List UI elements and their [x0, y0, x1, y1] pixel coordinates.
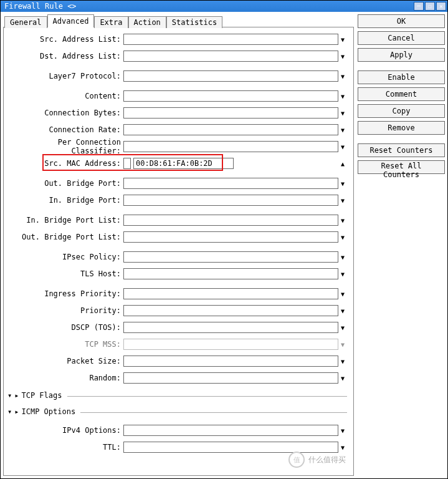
- label-dst-address-list: Dst. Address List:: [7, 52, 123, 60]
- label-ttl: TTL:: [7, 443, 123, 452]
- priority-input[interactable]: [123, 305, 338, 316]
- random-input[interactable]: [123, 372, 338, 384]
- label-ipv4-options: IPv4 Options:: [7, 426, 123, 435]
- expand-toggle-icon[interactable]: ▼: [338, 35, 347, 44]
- layer7-input[interactable]: [123, 70, 338, 82]
- reset-all-counters-button[interactable]: Reset All Counters: [358, 160, 445, 174]
- button-column: OK Cancel Apply Enable Comment Copy Remo…: [358, 14, 445, 476]
- expand-toggle-icon[interactable]: ▼: [338, 142, 347, 151]
- expand-toggle-icon[interactable]: ▼: [338, 253, 347, 261]
- window-title: Firewall Rule <>: [4, 2, 412, 11]
- tab-bar: General Advanced Extra Action Statistics: [3, 14, 354, 27]
- divider: [80, 412, 347, 413]
- packet-size-input[interactable]: [123, 356, 338, 367]
- expand-toggle-icon[interactable]: ▼: [338, 426, 347, 435]
- expand-toggle-icon[interactable]: ▼: [338, 92, 347, 100]
- maximize-button[interactable]: ☐: [425, 2, 435, 11]
- label-in-bridge-port-list: In. Bridge Port List:: [7, 216, 123, 225]
- icmp-options-label: ICMP Options: [21, 407, 75, 416]
- tcp-mss-input: [123, 339, 338, 350]
- tab-advanced[interactable]: Advanced: [47, 14, 95, 27]
- label-conn-bytes: Connection Bytes:: [7, 109, 123, 117]
- expand-toggle-icon[interactable]: ▼: [338, 125, 347, 134]
- copy-button[interactable]: Copy: [358, 104, 445, 118]
- close-button[interactable]: ✕: [436, 2, 446, 11]
- label-tls-host: TLS Host:: [7, 269, 123, 278]
- tab-general[interactable]: General: [4, 16, 47, 28]
- ipv4-options-input[interactable]: [123, 425, 338, 436]
- expand-toggle-icon[interactable]: ▼: [338, 216, 347, 225]
- label-out-bridge-port: Out. Bridge Port:: [7, 179, 123, 188]
- remove-button[interactable]: Remove: [358, 121, 445, 135]
- label-src-address-list: Src. Address List:: [7, 35, 123, 44]
- comment-button[interactable]: Comment: [358, 87, 445, 101]
- dscp-input[interactable]: [123, 322, 338, 333]
- collapse-toggle-icon[interactable]: ▲: [338, 159, 347, 168]
- label-packet-size: Packet Size:: [7, 357, 123, 365]
- out-bridge-port-list-input[interactable]: [123, 231, 338, 243]
- label-random: Random:: [7, 374, 123, 382]
- tab-extra[interactable]: Extra: [94, 16, 128, 28]
- caret-right-icon: ▸: [14, 391, 19, 400]
- expand-toggle-icon[interactable]: ▼: [338, 179, 347, 188]
- in-bridge-port-list-input[interactable]: [123, 215, 338, 226]
- label-tcp-mss: TCP MSS:: [7, 340, 123, 349]
- label-in-bridge-port: In. Bridge Port:: [7, 196, 123, 205]
- watermark-text: 什么值得买: [308, 455, 346, 465]
- label-conn-rate: Connection Rate:: [7, 125, 123, 134]
- ipsec-policy-input[interactable]: [123, 251, 338, 263]
- ttl-input[interactable]: [123, 442, 338, 453]
- expand-toggle-icon: ▼: [338, 340, 347, 349]
- expand-toggle-icon[interactable]: ▼: [338, 269, 347, 278]
- ingress-priority-input[interactable]: [123, 288, 338, 299]
- label-src-mac: Src. MAC Address:: [7, 159, 123, 168]
- chevron-down-icon: ▾: [7, 407, 12, 416]
- label-layer7: Layer7 Protocol:: [7, 72, 123, 80]
- reset-counters-button[interactable]: Reset Counters: [358, 143, 445, 157]
- expand-toggle-icon[interactable]: ▼: [338, 196, 347, 205]
- expand-toggle-icon[interactable]: ▼: [338, 443, 347, 452]
- caret-right-icon: ▸: [14, 407, 19, 416]
- enable-button[interactable]: Enable: [358, 70, 445, 84]
- tcp-flags-header[interactable]: ▾ ▸ TCP Flags: [7, 390, 347, 401]
- tcp-flags-label: TCP Flags: [21, 391, 62, 400]
- icmp-options-header[interactable]: ▾ ▸ ICMP Options: [7, 406, 347, 417]
- cancel-button[interactable]: Cancel: [358, 31, 445, 45]
- src-mac-input[interactable]: [133, 158, 234, 169]
- title-bar: Firewall Rule <> ─ ☐ ✕: [1, 1, 447, 12]
- tab-statistics[interactable]: Statistics: [166, 16, 222, 28]
- src-address-list-input[interactable]: [123, 34, 338, 45]
- divider: [67, 396, 348, 397]
- label-pcc: Per Connection Classifier:: [7, 138, 123, 155]
- dst-address-list-input[interactable]: [123, 51, 338, 62]
- content-input[interactable]: [123, 90, 338, 102]
- expand-toggle-icon[interactable]: ▼: [338, 233, 347, 241]
- minimize-button[interactable]: ─: [414, 2, 424, 11]
- conn-rate-input[interactable]: [123, 124, 338, 135]
- label-ipsec-policy: IPsec Policy:: [7, 253, 123, 261]
- expand-toggle-icon[interactable]: ▼: [338, 374, 347, 382]
- tls-host-input[interactable]: [123, 268, 338, 279]
- src-mac-not-checkbox[interactable]: [123, 158, 131, 169]
- expand-toggle-icon[interactable]: ▼: [338, 109, 347, 117]
- label-dscp: DSCP (TOS):: [7, 323, 123, 332]
- expand-toggle-icon[interactable]: ▼: [338, 52, 347, 60]
- out-bridge-port-input[interactable]: [123, 178, 338, 189]
- expand-toggle-icon[interactable]: ▼: [338, 289, 347, 298]
- label-content: Content:: [7, 92, 123, 100]
- expand-toggle-icon[interactable]: ▼: [338, 323, 347, 332]
- ok-button[interactable]: OK: [358, 14, 445, 28]
- label-priority: Priority:: [7, 306, 123, 315]
- left-pane: General Advanced Extra Action Statistics…: [3, 14, 354, 476]
- chevron-down-icon: ▾: [7, 391, 12, 400]
- expand-toggle-icon[interactable]: ▼: [338, 357, 347, 365]
- tab-panel-advanced: Src. Address List: ▼ Dst. Address List: …: [3, 27, 354, 476]
- expand-toggle-icon[interactable]: ▼: [338, 306, 347, 315]
- pcc-input[interactable]: [123, 141, 338, 152]
- conn-bytes-input[interactable]: [123, 107, 338, 119]
- in-bridge-port-input[interactable]: [123, 195, 338, 206]
- apply-button[interactable]: Apply: [358, 48, 445, 62]
- expand-toggle-icon[interactable]: ▼: [338, 72, 347, 80]
- label-ingress-priority: Ingress Priority:: [7, 289, 123, 298]
- tab-action[interactable]: Action: [128, 16, 166, 28]
